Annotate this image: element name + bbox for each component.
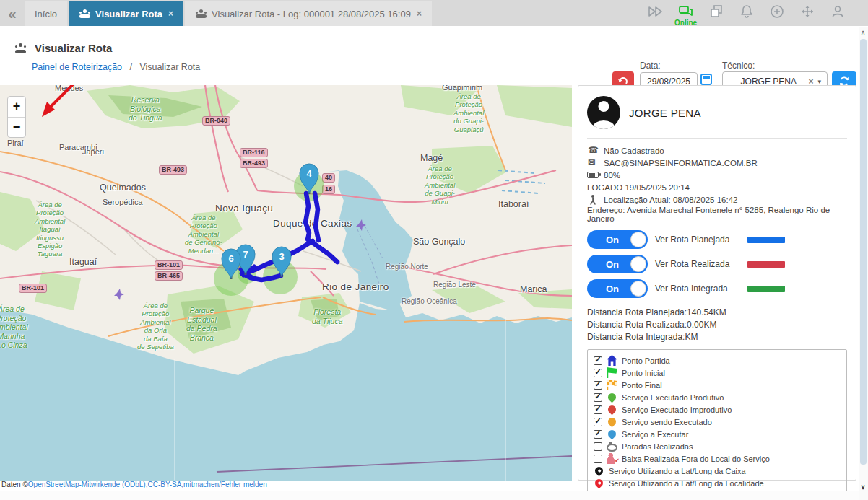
plus-circle-icon[interactable]	[768, 3, 786, 20]
tab-inicio[interactable]: Início	[25, 1, 67, 26]
legend-label: Serviço a Executar	[622, 430, 688, 439]
legend-label: Baixa Realizada Fora do Local do Serviço	[622, 455, 770, 463]
legend-label: Serviço sendo Executado	[622, 418, 712, 426]
map-canvas[interactable]: MendesGuapimirimPiraíParacambiJaperiMagé…	[0, 85, 572, 491]
legend-label: Ponto Final	[622, 381, 662, 390]
info-row: 80%	[587, 169, 847, 181]
scrollbar[interactable]: ∧ ∨	[859, 27, 868, 500]
legend-checkbox[interactable]	[594, 418, 602, 426]
legend-label: Serviço Executado Improdutivo	[622, 405, 732, 414]
legend-label: Ponto Partida	[622, 356, 670, 365]
pin-orange-icon	[607, 416, 618, 428]
user-icon[interactable]	[829, 3, 846, 20]
legend-box: Ponto Partida Ponto Inicial Ponto Final …	[587, 349, 847, 494]
breadcrumb-current: Visualizar Rota	[139, 62, 200, 72]
chevron-down-icon: ▾	[817, 78, 821, 85]
distance-text: Distancia Rota Planejada:140.54KM	[587, 307, 847, 319]
breadcrumb-separator	[125, 62, 130, 72]
divider	[587, 138, 847, 139]
toggle-knob[interactable]	[630, 232, 646, 247]
tab-bar: « Início Visualizar Rota × Visualizar Ro…	[0, 0, 868, 26]
calendar-icon[interactable]	[700, 74, 712, 85]
legend-checkbox[interactable]	[594, 369, 602, 377]
toggle-switch[interactable]: On	[587, 255, 648, 273]
rewind-tabs-icon[interactable]: «	[0, 1, 25, 26]
scrollbar-thumb[interactable]	[860, 39, 867, 465]
map-zoom-control: + −	[7, 96, 26, 138]
info-text: Não Cadastrado	[604, 146, 664, 155]
legend-item[interactable]: Serviço Utilizando a Lat/Long da Localid…	[594, 477, 841, 489]
fast-forward-icon[interactable]	[647, 3, 664, 20]
technician-panel: JORGE PENA Não Cadastrado SAC@SINAPSEINF…	[578, 85, 856, 481]
legend-label: Serviço Utilizando a Lat/Long da Localid…	[609, 479, 764, 488]
legend-item[interactable]: Serviço Executado Produtivo	[594, 391, 841, 403]
breadcrumb: Painel de Roteirização / Visualizar Rota	[32, 62, 200, 72]
toggle-label: Ver Rota Planejada	[655, 234, 740, 245]
people-icon	[79, 9, 91, 18]
zoom-out-button[interactable]: −	[8, 118, 25, 138]
tab-visualizar-rota-log[interactable]: Visualizar Rota - Log: 000001 28/08/2025…	[185, 1, 432, 26]
zoom-in-button[interactable]: +	[8, 97, 25, 118]
close-icon[interactable]: ×	[168, 9, 173, 19]
scroll-down-icon[interactable]: ∨	[859, 483, 867, 491]
envelope-icon	[587, 158, 599, 168]
legend-item[interactable]: Paradas Realizadas	[594, 440, 841, 452]
legend-item[interactable]: Serviço a Executar	[594, 428, 841, 440]
tab-visualizar-rota[interactable]: Visualizar Rota ×	[69, 1, 183, 26]
tab-label: Visualizar Rota - Log: 000001 28/08/2025…	[212, 9, 411, 19]
scroll-up-icon[interactable]: ∧	[859, 29, 867, 36]
info-text: LOGADO 19/05/2025 20:14	[587, 183, 690, 192]
legend-item[interactable]: Serviço sendo Executado	[594, 416, 841, 428]
app-window: « Início Visualizar Rota × Visualizar Ro…	[0, 0, 868, 500]
toggle-label: Ver Rota Integrada	[655, 284, 740, 294]
tecnico-label: Técnico:	[722, 61, 755, 71]
route-toggle-row: On Ver Rota Integrada	[587, 276, 847, 301]
toggle-switch[interactable]: On	[587, 230, 648, 249]
legend-checkbox[interactable]	[594, 381, 602, 390]
legend-label: Paradas Realizadas	[622, 442, 693, 451]
legend-item[interactable]: Ponto Inicial	[594, 367, 841, 379]
route-toggle-row: On Ver Rota Realizada	[587, 252, 847, 276]
toggle-state: On	[606, 234, 619, 245]
chat-icon[interactable]: Online	[677, 3, 695, 20]
route-toggle-row: On Ver Rota Planejada	[587, 227, 847, 252]
legend-item[interactable]: Serviço Utilizando a Lat/Long da Caixa	[594, 465, 841, 477]
close-icon[interactable]: ×	[417, 9, 422, 19]
svg-text:6: 6	[228, 253, 233, 264]
legend-checkbox[interactable]	[594, 393, 602, 402]
legend-label: Serviço Utilizando a Lat/Long da Caixa	[609, 467, 746, 475]
breadcrumb-link[interactable]: Painel de Roteirização	[32, 62, 122, 72]
legend-label: Serviço Executado Produtivo	[622, 393, 724, 402]
legend-checkbox[interactable]	[594, 430, 602, 439]
tab-label: Início	[35, 9, 57, 19]
legend-item[interactable]: Baixa Realizada Fora do Local do Serviço	[594, 452, 841, 465]
info-row: Localização Atual: 08/08/2025 16:42	[587, 193, 847, 206]
copy-icon[interactable]	[708, 3, 725, 20]
legend-checkbox[interactable]	[594, 356, 602, 365]
legend-item[interactable]: Ponto Final	[594, 379, 841, 391]
move-icon[interactable]	[799, 3, 816, 20]
battery-icon	[587, 172, 599, 178]
people-icon	[195, 9, 207, 18]
toggle-switch[interactable]: On	[587, 279, 648, 298]
breadcrumb-separator2	[132, 62, 137, 72]
flag-green-icon	[607, 367, 617, 378]
page-title: Visualizar Rota	[35, 42, 112, 54]
tab-label: Visualizar Rota	[95, 9, 162, 19]
legend-item[interactable]: Ponto Partida	[594, 354, 841, 367]
legend-checkbox[interactable]	[594, 442, 602, 451]
avatar	[587, 96, 620, 129]
route-color-bar	[747, 237, 785, 243]
toggle-knob[interactable]	[630, 281, 646, 297]
phone-icon	[587, 146, 599, 156]
attribution-links[interactable]: OpenStreetMap-Mitwirkende (ODbL),CC-BY-S…	[28, 481, 267, 488]
legend-checkbox[interactable]	[594, 455, 602, 463]
walking-icon	[587, 195, 599, 205]
bell-icon[interactable]	[738, 3, 755, 20]
route-color-bar	[747, 261, 785, 268]
toggle-state: On	[606, 284, 619, 294]
toggle-knob[interactable]	[630, 256, 646, 272]
legend-checkbox[interactable]	[594, 405, 602, 414]
legend-item[interactable]: Serviço Executado Improdutivo	[594, 403, 841, 416]
technician-name: JORGE PENA	[629, 107, 701, 119]
